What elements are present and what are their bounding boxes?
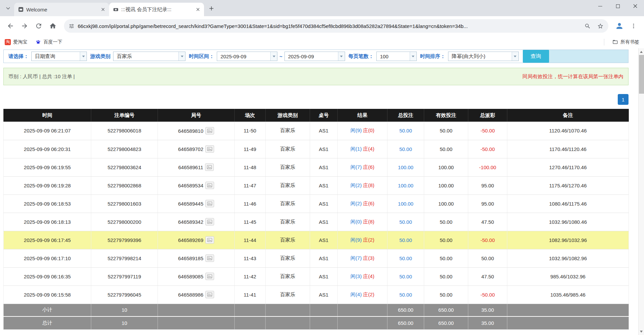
total-bet-link[interactable]: 50.00 [399, 274, 412, 279]
table-row[interactable]: 2025-09-09 06:21:07522798006018646589810… [4, 122, 629, 140]
zoom-button[interactable] [583, 21, 592, 31]
cell-session: 11-47 [235, 176, 266, 194]
address-bar[interactable]: 66cxkj98.com/ipl/portal.php/game/betreco… [64, 19, 608, 33]
bookmark-taobao[interactable]: 淘 爱淘宝 [5, 39, 27, 45]
result-banker: 庄(6) [363, 164, 374, 170]
view-round-result-button[interactable] [205, 218, 214, 225]
game-type-select[interactable]: 百家乐 [113, 52, 185, 61]
cell-session: 11-43 [235, 249, 266, 267]
taobao-icon: 淘 [5, 39, 11, 45]
total-bet-link[interactable]: 50.00 [399, 219, 412, 225]
home-button[interactable] [46, 20, 59, 32]
cell-round-number: 646589810 [158, 122, 235, 140]
view-round-result-button[interactable] [205, 182, 214, 189]
tab-welcome[interactable]: Welcome [14, 3, 109, 16]
view-round-result-button[interactable] [205, 273, 214, 280]
subtotal-row-cell [507, 304, 629, 316]
cell-valid-bet: 50.00 [424, 213, 468, 231]
cell-valid-bet: 50.00 [424, 267, 468, 285]
scrollbar-thumb[interactable] [639, 55, 644, 94]
bet-records-table: 时间注单编号局号场次游戏类别桌号结果总投注有效投注总派彩备注 2025-09-0… [3, 109, 629, 330]
view-round-result-button[interactable] [205, 127, 214, 134]
table-row[interactable]: 2025-09-09 06:16:35522797997119646589085… [4, 267, 629, 285]
table-row[interactable]: 2025-09-09 06:17:10522797998214646589185… [4, 249, 629, 267]
menu-button[interactable] [627, 20, 640, 32]
scrollbar-up-arrow[interactable] [639, 49, 644, 55]
result-banker: 庄(4) [363, 146, 374, 152]
tab-close-button[interactable] [100, 6, 106, 13]
cell-time: 2025-09-09 06:16:35 [4, 267, 91, 285]
cell-session: 11-46 [235, 194, 266, 213]
result-player: 闲(7) [350, 164, 362, 170]
cell-bet-number: 522798001603 [91, 194, 158, 213]
date-to-select[interactable]: 2025-09-09 [284, 52, 345, 61]
total-bet-link[interactable]: 100.00 [398, 164, 413, 170]
tab-search-button[interactable] [3, 4, 13, 13]
column-header: 总派彩 [468, 109, 507, 122]
chevron-down-icon [178, 52, 185, 61]
table-row[interactable]: 2025-09-09 06:18:53522798001603646589445… [4, 194, 629, 213]
all-bookmarks-label: 所有书签 [620, 39, 639, 45]
chevron-down-icon [512, 52, 518, 61]
window-controls [591, 0, 644, 12]
column-header: 注单编号 [91, 109, 158, 122]
tab-close-button[interactable] [195, 6, 201, 13]
page-size-select[interactable]: 100 [376, 52, 417, 61]
back-button[interactable] [4, 20, 17, 32]
forward-button[interactable] [18, 20, 31, 32]
view-round-result-button[interactable] [205, 254, 214, 262]
total-bet-link[interactable]: 100.00 [398, 201, 413, 207]
cell-round-number: 646589269 [158, 231, 235, 249]
page-scrollbar[interactable] [638, 48, 644, 335]
table-row[interactable]: 2025-09-09 06:19:55522798003624646589611… [4, 158, 629, 176]
total-bet-link[interactable]: 50.00 [399, 146, 412, 152]
subtotal-row-cell: 10 [91, 304, 158, 316]
total-bet-link[interactable]: 50.00 [399, 237, 412, 243]
total-bet-link[interactable]: 50.00 [399, 128, 412, 133]
view-round-result-button[interactable] [205, 163, 214, 171]
plus-icon [209, 6, 214, 11]
cell-total-bet: 50.00 [387, 231, 424, 249]
profile-button[interactable] [613, 20, 626, 32]
minimize-button[interactable] [591, 0, 609, 12]
tab-title: :::视讯 会员下注纪录::: [121, 6, 192, 13]
table-row[interactable]: 2025-09-09 06:19:28522798002868646589534… [4, 176, 629, 194]
new-tab-button[interactable] [207, 4, 216, 13]
view-round-result-button[interactable] [205, 145, 214, 153]
scrollbar-down-arrow[interactable] [639, 329, 644, 334]
date-to-value: 2025-09-09 [285, 52, 338, 61]
cell-valid-bet: 50.00 [424, 285, 468, 304]
cell-bet-number: 522797999396 [91, 231, 158, 249]
view-round-result-button[interactable] [205, 200, 214, 207]
tab-bet-records[interactable]: :::视讯 会员下注纪录::: [109, 3, 204, 16]
bookmark-star-button[interactable] [596, 21, 605, 31]
close-window-button[interactable] [626, 0, 644, 12]
all-bookmarks-button[interactable]: 所有书签 [612, 39, 639, 45]
table-row[interactable]: 2025-09-09 06:18:13522798000200646589342… [4, 213, 629, 231]
column-header: 游戏类别 [266, 109, 310, 122]
view-round-result-button[interactable] [205, 291, 214, 298]
cell-payout: -50.00 [468, 140, 507, 158]
view-round-result-button[interactable] [205, 236, 214, 244]
total-bet-link[interactable]: 50.00 [399, 255, 412, 261]
maximize-button[interactable] [609, 0, 626, 12]
total-bet-link[interactable]: 50.00 [399, 292, 412, 298]
reload-button[interactable] [32, 20, 45, 32]
chevron-down-icon [6, 7, 10, 10]
sort-order-select[interactable]: 降幂(由大到小) [448, 52, 519, 61]
bookmark-baidu[interactable]: 百度一下 [35, 39, 62, 45]
date-type-select[interactable]: 日期查询 [31, 52, 87, 61]
page-1-button[interactable]: 1 [618, 94, 629, 105]
cell-payout: 50.00 [468, 249, 507, 267]
profile-avatar-icon [615, 22, 624, 30]
table-row[interactable]: 2025-09-09 06:17:45522797999396646589269… [4, 231, 629, 249]
table-row[interactable]: 2025-09-09 06:20:31522798004823646589702… [4, 140, 629, 158]
forward-arrow-icon [21, 22, 28, 30]
date-from-select[interactable]: 2025-09-09 [217, 52, 277, 61]
search-button[interactable]: 查询 [523, 50, 549, 63]
table-row[interactable]: 2025-09-09 06:15:58522797996045646588986… [4, 285, 629, 304]
column-header: 场次 [235, 109, 266, 122]
cell-table-number: AS1 [310, 122, 338, 140]
total-bet-link[interactable]: 100.00 [398, 183, 413, 188]
cell-round-number: 646589702 [158, 140, 235, 158]
